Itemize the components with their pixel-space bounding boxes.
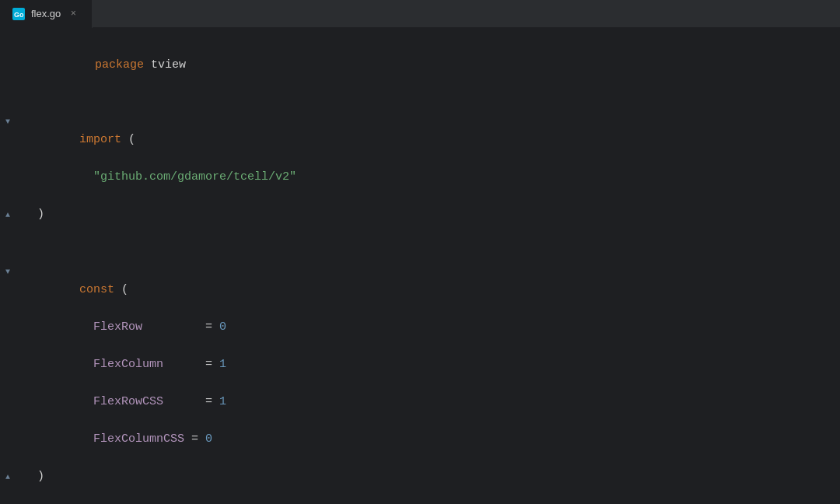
code-line-const-close: ▲ ): [0, 467, 840, 487]
collapse-close-icon: ▲: [5, 206, 10, 225]
code-content: FlexRow = 0: [16, 318, 226, 355]
keyword-const: const: [79, 283, 114, 296]
number-1a: 1: [219, 358, 226, 371]
fold-icon-import[interactable]: ▼: [0, 113, 16, 131]
keyword-import: import: [79, 133, 121, 146]
code-content: "github.com/gdamore/tcell/v2": [16, 168, 296, 205]
code-line-flexrowcss: FlexRowCSS = 1: [0, 393, 840, 430]
const-flexrow: FlexRow: [93, 320, 142, 334]
code-line-flexcolumncss: FlexColumnCSS = 0: [0, 430, 840, 467]
import-string: "github.com/gdamore/tcell/v2": [93, 170, 296, 184]
code-content: const (: [16, 262, 128, 318]
tab-filename: flex.go: [31, 8, 61, 19]
code-line-empty3: [0, 243, 840, 262]
code-content: ): [16, 467, 44, 486]
code-content: import (: [16, 112, 135, 168]
code-line-import-close: ▲ ): [0, 205, 840, 225]
code-line-const: ▼ const (: [0, 262, 840, 318]
collapse-arrow-const-icon: ▼: [5, 263, 10, 282]
code-content: package tview: [16, 37, 186, 93]
const-flexcolumncss: FlexColumnCSS: [93, 432, 184, 446]
number-0b: 0: [205, 432, 212, 446]
collapse-close-const-icon: ▲: [5, 468, 10, 487]
keyword-package: package: [95, 58, 144, 72]
code-line-flexrow: FlexRow = 0: [0, 318, 840, 355]
collapse-arrow-icon: ▼: [5, 113, 10, 131]
number-0: 0: [219, 320, 226, 334]
fold-icon-const[interactable]: ▼: [0, 263, 16, 282]
code-content: FlexRowCSS = 1: [16, 393, 226, 430]
code-content: FlexColumnCSS = 0: [16, 430, 212, 467]
tab-flex-go[interactable]: Go flex.go ×: [0, 0, 93, 28]
editor-area: package tview ▼ import ( "github.com/gda…: [0, 28, 840, 504]
code-line-flexcolumn: FlexColumn = 1: [0, 355, 840, 393]
go-file-icon: Go: [12, 8, 25, 20]
code-content: ): [16, 205, 44, 224]
code-line-empty4: [0, 487, 840, 504]
fold-icon-const-close[interactable]: ▲: [0, 468, 16, 487]
package-name: tview: [151, 58, 186, 72]
fold-icon-import-close[interactable]: ▲: [0, 206, 16, 225]
title-bar: Go flex.go ×: [0, 0, 840, 28]
code-line-import: ▼ import (: [0, 112, 840, 168]
code-line-import-path: "github.com/gdamore/tcell/v2": [0, 168, 840, 205]
code-line: package tview: [0, 37, 840, 93]
code-line-empty: [0, 93, 840, 112]
const-flexcolumn: FlexColumn: [93, 358, 163, 371]
svg-text:Go: Go: [14, 11, 24, 19]
code-line-empty2: [0, 225, 840, 243]
number-1b: 1: [219, 395, 226, 408]
tab-close-button[interactable]: ×: [67, 8, 79, 20]
const-flexrowcss: FlexRowCSS: [93, 395, 163, 408]
code-content: FlexColumn = 1: [16, 355, 226, 393]
